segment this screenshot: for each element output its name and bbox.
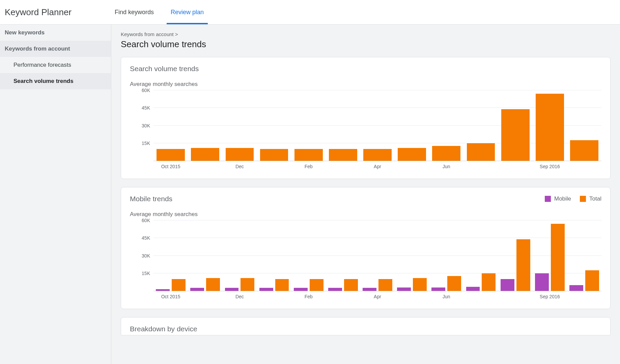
card-mobile-trends: Mobile trends Mobile Total Average month… — [121, 187, 611, 309]
y-tick-label: 15K — [142, 271, 150, 276]
bar-total[interactable] — [226, 148, 254, 161]
bar-mobile[interactable] — [156, 289, 170, 291]
bar-total[interactable] — [241, 278, 254, 291]
tab-find-keywords[interactable]: Find keywords — [113, 0, 156, 24]
x-tick-label: Jun — [429, 294, 463, 300]
bar-mobile[interactable] — [501, 279, 514, 291]
bar-total[interactable] — [191, 148, 219, 161]
bar-total[interactable] — [172, 279, 186, 291]
bar-mobile[interactable] — [328, 288, 342, 291]
bar-total[interactable] — [432, 146, 460, 161]
bar-mobile[interactable] — [535, 273, 549, 291]
x-tick-label — [395, 164, 429, 170]
tab-review-plan[interactable]: Review plan — [169, 0, 206, 24]
bar-mobile[interactable] — [431, 287, 445, 291]
y-tick-label: 45K — [142, 235, 150, 241]
page-title: Search volume trends — [121, 39, 611, 50]
sidebar-item-performance-forecasts[interactable]: Performance forecasts — [0, 57, 111, 73]
legend-swatch-icon — [545, 196, 551, 202]
bar-mobile[interactable] — [397, 287, 411, 291]
bar-mobile[interactable] — [569, 285, 583, 291]
x-tick-label: Feb — [291, 294, 326, 300]
bar-total[interactable] — [501, 109, 530, 161]
bar-slot — [291, 90, 326, 161]
card-breakdown-by-device: Breakdown by device — [121, 317, 611, 335]
x-tick-label: Jun — [429, 164, 463, 170]
sidebar-item-label: Search volume trends — [13, 78, 74, 84]
chart-subtitle: Average monthly searches — [130, 211, 601, 218]
bar-total[interactable] — [447, 276, 461, 291]
bar-total[interactable] — [206, 278, 220, 291]
bar-slot — [533, 90, 567, 161]
y-tick-label: 60K — [142, 88, 150, 93]
x-tick-label — [498, 294, 533, 300]
y-tick-label: 30K — [142, 253, 150, 259]
bar-mobile[interactable] — [225, 288, 239, 291]
x-tick-label — [498, 164, 533, 170]
bar-total[interactable] — [585, 270, 599, 291]
x-tick-label: Feb — [291, 164, 326, 170]
bar-slot — [498, 220, 533, 291]
bar-slot — [395, 90, 429, 161]
bar-total[interactable] — [570, 140, 598, 161]
bar-slot — [153, 220, 188, 291]
x-tick-label — [567, 294, 601, 300]
bar-mobile[interactable] — [259, 288, 273, 291]
card-title: Breakdown by device — [130, 325, 601, 335]
bar-total[interactable] — [344, 279, 358, 291]
legend-item-mobile: Mobile — [545, 195, 571, 202]
bar-total[interactable] — [157, 149, 185, 161]
y-tick-label: 45K — [142, 105, 150, 111]
x-tick-label: Apr — [360, 164, 395, 170]
top-tabs: Find keywords Review plan — [113, 0, 206, 24]
sidebar-item-new-keywords[interactable]: New keywords — [0, 25, 111, 41]
top-header: Keyword Planner Find keywords Review pla… — [0, 0, 620, 25]
sidebar-item-label: Performance forecasts — [13, 62, 71, 68]
bar-total[interactable] — [329, 149, 357, 161]
bar-total[interactable] — [363, 149, 392, 161]
tab-label: Find keywords — [115, 9, 154, 16]
x-tick-label — [567, 164, 601, 170]
chart-legend: Mobile Total — [545, 195, 601, 202]
bar-slot — [429, 90, 463, 161]
sidebar-item-search-volume-trends[interactable]: Search volume trends — [0, 73, 111, 89]
bar-slot — [188, 220, 222, 291]
legend-item-total: Total — [580, 195, 601, 202]
bar-total[interactable] — [310, 279, 323, 291]
x-tick-label — [326, 164, 360, 170]
x-tick-label: Sep 2016 — [533, 164, 567, 170]
bar-total[interactable] — [398, 148, 426, 161]
bar-total[interactable] — [378, 279, 392, 291]
x-tick-label — [326, 294, 360, 300]
bar-total[interactable] — [482, 273, 496, 291]
bar-total[interactable] — [275, 279, 289, 291]
sidebar-item-keywords-from-account[interactable]: Keywords from account — [0, 41, 111, 57]
bar-total[interactable] — [516, 239, 530, 291]
bar-slot — [326, 220, 360, 291]
bar-mobile[interactable] — [363, 288, 376, 291]
bar-slot — [498, 90, 533, 161]
breadcrumb[interactable]: Keywords from account > — [121, 31, 611, 37]
bar-mobile[interactable] — [466, 287, 480, 291]
y-tick-label: 30K — [142, 123, 150, 128]
x-tick-label: Oct 2015 — [153, 164, 188, 170]
bar-total[interactable] — [467, 143, 495, 161]
y-tick-label: 60K — [142, 218, 150, 223]
card-title: Mobile trends — [130, 195, 172, 203]
bar-total[interactable] — [413, 278, 427, 291]
bar-total[interactable] — [260, 149, 288, 161]
card-search-volume-trends: Search volume trends Average monthly sea… — [121, 57, 611, 179]
y-tick-label: 15K — [142, 141, 150, 146]
bar-slot — [222, 220, 257, 291]
bar-mobile[interactable] — [190, 288, 204, 291]
bar-total[interactable] — [536, 94, 564, 161]
x-tick-label: Apr — [360, 294, 395, 300]
bar-slot — [222, 90, 257, 161]
bar-mobile[interactable] — [294, 288, 308, 291]
bar-total[interactable] — [294, 149, 323, 161]
bar-total[interactable] — [551, 224, 565, 291]
chart-subtitle: Average monthly searches — [130, 81, 601, 88]
main-content: Keywords from account > Search volume tr… — [111, 25, 620, 364]
x-tick-label: Dec — [222, 294, 257, 300]
bar-slot — [429, 220, 463, 291]
